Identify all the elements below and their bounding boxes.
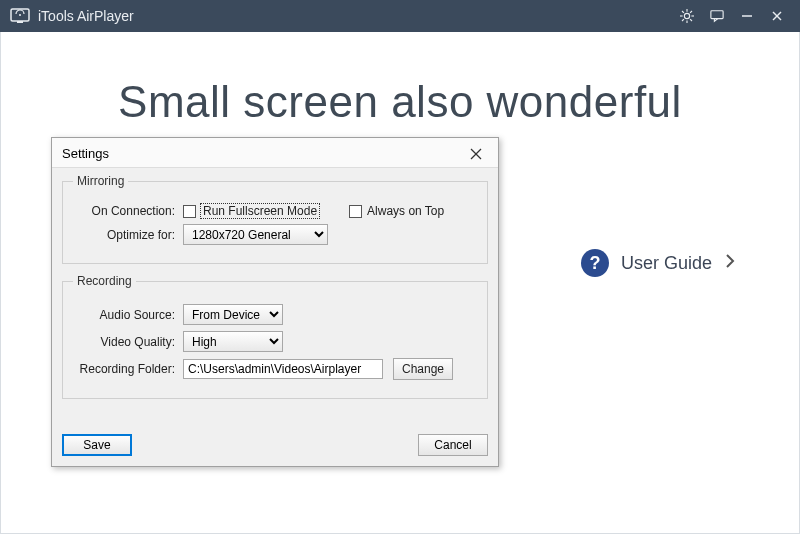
svg-rect-11 bbox=[711, 11, 723, 19]
audio-source-label: Audio Source: bbox=[73, 308, 183, 322]
always-on-top-label: Always on Top bbox=[367, 204, 444, 218]
recording-group: Recording Audio Source: From Device Vide… bbox=[62, 274, 488, 399]
checkbox-box-icon bbox=[349, 205, 362, 218]
window-titlebar: iTools AirPlayer bbox=[0, 0, 800, 32]
fullscreen-checkbox[interactable]: Run Fullscreen Mode bbox=[183, 204, 319, 218]
dialog-close-button[interactable] bbox=[462, 143, 490, 165]
mirroring-group: Mirroring On Connection: Run Fullscreen … bbox=[62, 174, 488, 264]
video-quality-label: Video Quality: bbox=[73, 335, 183, 349]
dialog-footer: Save Cancel bbox=[52, 434, 498, 466]
feedback-icon[interactable] bbox=[702, 2, 732, 30]
recording-folder-input[interactable] bbox=[183, 359, 383, 379]
svg-point-2 bbox=[684, 13, 689, 18]
dialog-title: Settings bbox=[62, 146, 462, 161]
user-guide-link[interactable]: ? User Guide bbox=[581, 249, 736, 277]
close-button[interactable] bbox=[762, 2, 792, 30]
svg-line-8 bbox=[690, 19, 692, 21]
recording-folder-label: Recording Folder: bbox=[73, 362, 183, 376]
help-icon: ? bbox=[581, 249, 609, 277]
settings-dialog: Settings Mirroring On Connection: Run Fu… bbox=[51, 137, 499, 467]
dialog-body: Mirroring On Connection: Run Fullscreen … bbox=[52, 168, 498, 434]
app-icon bbox=[10, 8, 30, 24]
audio-source-select[interactable]: From Device bbox=[183, 304, 283, 325]
always-on-top-checkbox[interactable]: Always on Top bbox=[349, 204, 444, 218]
on-connection-label: On Connection: bbox=[73, 204, 183, 218]
optimize-for-select[interactable]: 1280x720 General bbox=[183, 224, 328, 245]
user-guide-label: User Guide bbox=[621, 253, 712, 274]
app-title: iTools AirPlayer bbox=[38, 8, 134, 24]
svg-line-9 bbox=[682, 19, 684, 21]
dialog-titlebar[interactable]: Settings bbox=[52, 138, 498, 168]
svg-point-1 bbox=[19, 14, 21, 16]
video-quality-select[interactable]: High bbox=[183, 331, 283, 352]
optimize-for-label: Optimize for: bbox=[73, 228, 183, 242]
recording-legend: Recording bbox=[73, 274, 136, 288]
settings-gear-icon[interactable] bbox=[672, 2, 702, 30]
cancel-button[interactable]: Cancel bbox=[418, 434, 488, 456]
change-folder-button[interactable]: Change bbox=[393, 358, 453, 380]
save-button[interactable]: Save bbox=[62, 434, 132, 456]
main-content: Small screen also wonderful ? User Guide… bbox=[0, 32, 800, 534]
minimize-button[interactable] bbox=[732, 2, 762, 30]
svg-line-10 bbox=[690, 11, 692, 13]
svg-line-7 bbox=[682, 11, 684, 13]
headline: Small screen also wonderful bbox=[1, 77, 799, 127]
mirroring-legend: Mirroring bbox=[73, 174, 128, 188]
fullscreen-checkbox-label: Run Fullscreen Mode bbox=[201, 204, 319, 218]
chevron-right-icon bbox=[724, 253, 736, 273]
checkbox-box-icon bbox=[183, 205, 196, 218]
